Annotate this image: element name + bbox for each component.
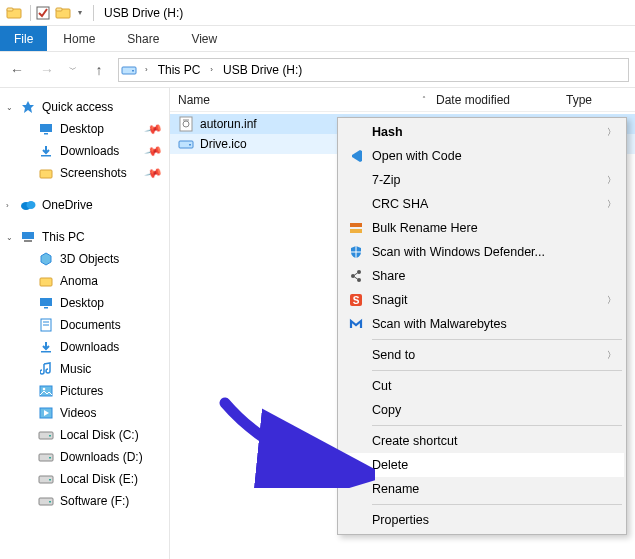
- folder-icon: [6, 5, 22, 21]
- ribbon-tab-label: Home: [63, 32, 95, 46]
- file-name: Drive.ico: [200, 137, 247, 151]
- title-separator: [93, 5, 94, 21]
- menu-item-snagit[interactable]: S Snagit 〉: [340, 288, 624, 312]
- svg-rect-35: [49, 501, 51, 503]
- tree-quick-access[interactable]: ⌄ Quick access: [0, 96, 169, 118]
- chevron-right-icon[interactable]: ›: [143, 65, 150, 74]
- menu-label: Scan with Malwarebytes: [372, 317, 624, 331]
- submenu-arrow-icon: 〉: [607, 294, 616, 307]
- menu-item-create-shortcut[interactable]: Create shortcut: [340, 429, 624, 453]
- column-header-date[interactable]: Date modified: [436, 93, 566, 107]
- tree-item-screenshots[interactable]: Screenshots 📌: [0, 162, 169, 184]
- pin-icon: 📌: [144, 163, 164, 183]
- breadcrumb-segment[interactable]: USB Drive (H:): [217, 59, 308, 81]
- tree-item-drive-c[interactable]: Local Disk (C:): [0, 424, 169, 446]
- svg-rect-45: [351, 251, 361, 253]
- menu-item-7zip[interactable]: 7-Zip 〉: [340, 168, 624, 192]
- menu-item-copy[interactable]: Copy: [340, 398, 624, 422]
- tree-label: Local Disk (E:): [60, 472, 138, 486]
- tree-onedrive[interactable]: › OneDrive: [0, 194, 169, 216]
- recent-dropdown[interactable]: ﹀: [66, 59, 80, 81]
- tree-item-drive-d[interactable]: Downloads (D:): [0, 446, 169, 468]
- tree-this-pc[interactable]: ⌄ This PC: [0, 226, 169, 248]
- menu-item-bulk-rename[interactable]: Bulk Rename Here: [340, 216, 624, 240]
- back-button[interactable]: ←: [6, 59, 28, 81]
- tree-item-videos[interactable]: Videos: [0, 402, 169, 424]
- svg-rect-8: [40, 124, 52, 132]
- bulk-rename-icon: [346, 220, 366, 236]
- blank-icon: [346, 512, 366, 528]
- menu-item-crc-sha[interactable]: CRC SHA 〉: [340, 192, 624, 216]
- menu-item-open-with-code[interactable]: Open with Code: [340, 144, 624, 168]
- blank-icon: [346, 378, 366, 394]
- tree-item-anoma[interactable]: Anoma: [0, 270, 169, 292]
- svg-rect-29: [49, 435, 51, 437]
- ribbon-tab-home[interactable]: Home: [47, 26, 111, 51]
- title-separator: [30, 5, 31, 21]
- menu-item-defender[interactable]: Scan with Windows Defender...: [340, 240, 624, 264]
- chevron-right-icon[interactable]: ›: [208, 65, 215, 74]
- breadcrumb-segment[interactable]: This PC: [152, 59, 207, 81]
- expand-icon[interactable]: ›: [6, 201, 16, 210]
- sort-asc-icon: ˄: [422, 95, 426, 104]
- menu-item-hash[interactable]: Hash 〉: [340, 120, 624, 144]
- tree-item-downloads[interactable]: Downloads: [0, 336, 169, 358]
- ribbon-tabs: File Home Share View: [0, 26, 635, 52]
- ribbon-tab-view[interactable]: View: [175, 26, 233, 51]
- svg-marker-16: [41, 253, 51, 265]
- menu-item-rename[interactable]: Rename: [340, 477, 624, 501]
- address-bar[interactable]: › This PC › USB Drive (H:): [118, 58, 629, 82]
- svg-line-50: [355, 277, 358, 279]
- menu-item-send-to[interactable]: Send to 〉: [340, 343, 624, 367]
- ribbon-tab-label: View: [191, 32, 217, 46]
- svg-line-49: [355, 273, 358, 275]
- navigation-pane: ⌄ Quick access Desktop 📌 Downloads 📌: [0, 88, 170, 559]
- svg-rect-10: [41, 155, 51, 157]
- svg-rect-42: [350, 223, 362, 227]
- menu-item-properties[interactable]: Properties: [340, 508, 624, 532]
- collapse-icon[interactable]: ⌄: [6, 103, 16, 112]
- file-name: autorun.inf: [200, 117, 257, 131]
- menu-label: Scan with Windows Defender...: [372, 245, 624, 259]
- drive-icon: [38, 493, 54, 509]
- tree-label: Quick access: [42, 100, 113, 114]
- pin-icon: 📌: [144, 141, 164, 161]
- tree-item-documents[interactable]: Documents: [0, 314, 169, 336]
- menu-item-malwarebytes[interactable]: Scan with Malwarebytes: [340, 312, 624, 336]
- tree-item-desktop[interactable]: Desktop: [0, 292, 169, 314]
- forward-button[interactable]: →: [36, 59, 58, 81]
- menu-item-cut[interactable]: Cut: [340, 374, 624, 398]
- svg-rect-33: [49, 479, 51, 481]
- column-header-type[interactable]: Type: [566, 93, 626, 107]
- tree-item-downloads[interactable]: Downloads 📌: [0, 140, 169, 162]
- menu-item-delete[interactable]: Delete: [340, 453, 624, 477]
- tree-label: Desktop: [60, 296, 104, 310]
- qa-dropdown-icon[interactable]: ▾: [75, 2, 85, 24]
- menu-label: Open with Code: [372, 149, 624, 163]
- menu-item-share[interactable]: Share: [340, 264, 624, 288]
- tree-label: Documents: [60, 318, 121, 332]
- tree-item-pictures[interactable]: Pictures: [0, 380, 169, 402]
- menu-label: Properties: [372, 513, 624, 527]
- svg-rect-15: [24, 240, 32, 242]
- tree-item-drive-f[interactable]: Software (F:): [0, 490, 169, 512]
- menu-label: Bulk Rename Here: [372, 221, 624, 235]
- svg-rect-17: [40, 278, 52, 286]
- up-button[interactable]: ↑: [88, 59, 110, 81]
- tree-item-music[interactable]: Music: [0, 358, 169, 380]
- submenu-arrow-icon: 〉: [607, 174, 616, 187]
- column-header-name[interactable]: Name ˄: [178, 93, 436, 107]
- svg-rect-43: [350, 229, 362, 233]
- tree-label: This PC: [42, 230, 85, 244]
- tree-item-3d-objects[interactable]: 3D Objects: [0, 248, 169, 270]
- collapse-icon[interactable]: ⌄: [6, 233, 16, 242]
- computer-icon: [20, 229, 36, 245]
- desktop-icon: [38, 121, 54, 137]
- ribbon-tab-share[interactable]: Share: [111, 26, 175, 51]
- column-label: Name: [178, 93, 210, 107]
- ribbon-file-tab[interactable]: File: [0, 26, 47, 51]
- tree-item-desktop[interactable]: Desktop 📌: [0, 118, 169, 140]
- tree-item-drive-e[interactable]: Local Disk (E:): [0, 468, 169, 490]
- ribbon-file-label: File: [14, 32, 33, 46]
- checkbox-icon[interactable]: [35, 5, 51, 21]
